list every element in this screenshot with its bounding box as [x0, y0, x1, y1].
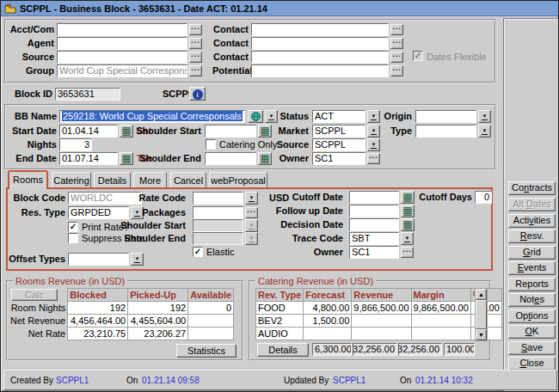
margin-cell[interactable] — [411, 315, 470, 328]
tab-cancel[interactable]: Cancel — [170, 172, 206, 188]
end-date-field[interactable]: 01.07.14 — [59, 152, 118, 165]
packages-field[interactable] — [193, 206, 243, 219]
owner-lov-button[interactable]: ... — [367, 153, 380, 164]
scroll-down-button[interactable]: ▼ — [476, 329, 487, 340]
rev-type-cell[interactable]: FOOD — [256, 302, 304, 315]
cutoff-date-field[interactable] — [349, 191, 399, 204]
shoulder-end-label: Shoulder End — [113, 152, 201, 165]
follow-up-date-field[interactable] — [349, 205, 399, 217]
rate-code-list-button[interactable]: ▼ — [245, 192, 258, 205]
origin-field[interactable] — [415, 110, 476, 123]
source-lov-button[interactable]: ... — [189, 52, 202, 63]
save-button[interactable]: Save — [508, 341, 556, 355]
decision-date-calendar-button[interactable]: ▦ — [401, 218, 415, 231]
events-button[interactable]: Events — [508, 261, 556, 275]
updated-by-label: Updated By — [284, 371, 329, 391]
rev-type-cell[interactable]: AUDIO — [256, 328, 304, 340]
tab-rooms[interactable]: Rooms — [8, 170, 48, 189]
contracts-button[interactable]: Contracts — [508, 181, 556, 195]
contact2-field[interactable] — [251, 37, 389, 50]
options-button[interactable]: Options — [508, 309, 556, 323]
acct-com-lov-button[interactable]: ... — [189, 24, 202, 35]
titlebar[interactable]: SCPPL - Business Block - 3653631 - Date … — [1, 1, 558, 16]
revenue-cell[interactable]: 9,866,500.00 — [352, 302, 411, 315]
packages-lov-button[interactable]: ... — [245, 207, 258, 218]
origin-list-button[interactable]: ▼ — [478, 110, 491, 123]
bb-name-field[interactable]: 259218: World Cup Special Corresponsals — [59, 110, 245, 123]
start-date-field[interactable]: 01.04.14 — [59, 125, 118, 138]
ok-button[interactable]: OK — [508, 325, 556, 339]
print-rate-checkbox[interactable]: ✓ — [68, 222, 78, 232]
elastic-checkbox[interactable]: ✓ — [193, 247, 203, 257]
scrollbar-thumb[interactable] — [476, 300, 487, 329]
reports-button[interactable]: Reports — [508, 278, 556, 291]
contact2-lov-button[interactable]: ... — [390, 38, 403, 49]
rooms-shoulder-end-field — [193, 232, 243, 245]
tab-webproposal[interactable]: webProposal — [209, 172, 267, 188]
contact3-lov-button[interactable]: ... — [390, 52, 403, 63]
rooms-owner-field[interactable]: SC1 — [349, 246, 399, 259]
potential-lov-button[interactable]: ... — [390, 65, 403, 77]
source2-list-button[interactable]: ▼ — [367, 138, 380, 151]
status-field[interactable]: ACT — [312, 110, 366, 123]
tab-catering[interactable]: Catering — [52, 172, 91, 188]
source-field[interactable] — [57, 51, 187, 64]
catering-only-checkbox[interactable] — [206, 139, 216, 150]
type-list-button[interactable]: ▼ — [478, 125, 491, 138]
trace-code-field[interactable]: SBT — [349, 232, 399, 245]
owner-field[interactable]: SC1 — [312, 152, 366, 165]
revenue-cell[interactable] — [352, 315, 411, 328]
cutoff-date-calendar-button[interactable]: ▦ — [401, 191, 415, 204]
property-info-button[interactable]: i — [189, 87, 206, 101]
catering-scrollbar[interactable]: ▲ ▼ — [475, 288, 488, 341]
trace-code-list-button[interactable]: ▼ — [401, 232, 414, 245]
grid-button[interactable]: Grid — [508, 246, 556, 260]
suppress-rate-checkbox[interactable] — [68, 233, 78, 243]
tab-more[interactable]: More — [133, 172, 167, 188]
table-row[interactable]: FOOD 4,800.00 9,866,500.00 9,866,500.00 … — [256, 302, 502, 315]
offset-types-list-button[interactable]: ▼ — [131, 253, 144, 266]
follow-up-date-calendar-button[interactable]: ▦ — [401, 205, 415, 217]
decision-date-field[interactable] — [349, 218, 399, 231]
group-field[interactable]: World Cup Special Corresponsals — [57, 64, 187, 77]
source2-field[interactable]: SCPPL — [312, 138, 366, 151]
nights-field[interactable]: 3 — [59, 138, 92, 151]
agent-lov-button[interactable]: ... — [189, 38, 202, 49]
contact2-label: Contact — [212, 37, 249, 50]
acct-com-field[interactable] — [57, 23, 187, 36]
potential-field[interactable] — [251, 64, 389, 77]
revenue-cell[interactable] — [352, 328, 411, 340]
contact1-field[interactable] — [251, 23, 389, 36]
table-row[interactable]: BEV2 1,500.00 — [256, 315, 502, 328]
type-field[interactable] — [415, 125, 476, 138]
scroll-up-button[interactable]: ▲ — [476, 289, 487, 300]
resv-button[interactable]: Resv. — [508, 230, 556, 243]
statistics-button[interactable]: Statistics — [176, 344, 236, 358]
forecast-cell[interactable]: 1,500.00 — [304, 315, 352, 328]
details-button[interactable]: Details — [257, 343, 309, 357]
activities-button[interactable]: Activities — [508, 214, 556, 228]
tab-details[interactable]: Details — [94, 172, 131, 188]
business-block-window: SCPPL - Business Block - 3653631 - Date … — [0, 0, 559, 392]
shoulder-end-field[interactable] — [205, 152, 256, 165]
margin-cell[interactable] — [411, 328, 470, 340]
rooms-owner-lov-button[interactable]: ... — [401, 247, 414, 258]
contact3-field[interactable] — [251, 51, 389, 64]
shoulder-start-field[interactable] — [205, 125, 256, 138]
offset-types-field[interactable] — [68, 253, 129, 266]
forecast-cell[interactable] — [304, 328, 352, 340]
contact1-lov-button[interactable]: ... — [390, 24, 403, 35]
agent-field[interactable] — [57, 37, 187, 50]
market-field[interactable]: SCPPL — [312, 125, 366, 138]
group-lov-button[interactable]: ... — [189, 65, 202, 77]
rate-code-field[interactable] — [193, 192, 243, 205]
dates-flexible-checkbox[interactable]: ✓ — [413, 51, 423, 61]
cutoff-days-field[interactable]: 0 — [475, 191, 492, 204]
table-row[interactable]: AUDIO — [256, 328, 502, 340]
dropdown-arrow-icon: ▼ — [135, 256, 140, 261]
notes-button[interactable]: Notes — [508, 293, 556, 307]
forecast-cell[interactable]: 4,800.00 — [304, 302, 352, 315]
margin-cell[interactable]: 9,866,500.00 — [411, 302, 470, 315]
close-button[interactable]: Close — [508, 357, 556, 371]
rev-type-cell[interactable]: BEV2 — [256, 315, 304, 328]
